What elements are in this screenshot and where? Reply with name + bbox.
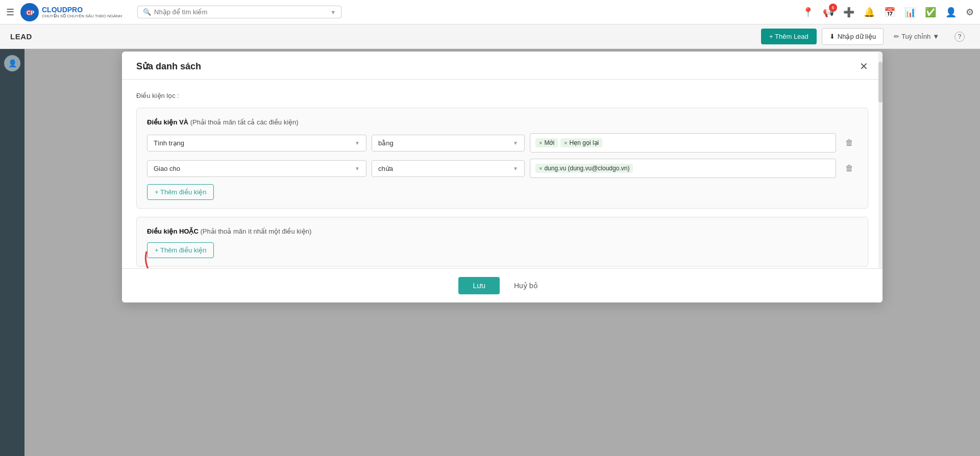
customize-label: Tuỳ chỉnh [901, 33, 930, 40]
modal-dialog: Sửa danh sách ✕ Điều kiện lọc : Điều kiệ… [122, 52, 883, 302]
import-label: Nhập dữ liệu [838, 33, 876, 40]
field-select-1-arrow: ▼ [355, 140, 360, 146]
save-button[interactable]: Lưu [458, 277, 500, 294]
logo-sub: CHUYỂN SỐ CHUYÊN SÂU THEO NGÀNH [42, 14, 122, 19]
field-select-2-value: Giao cho [154, 165, 180, 172]
logo-text-block: CLOUDPRO CHUYỂN SỐ CHUYÊN SÂU THEO NGÀNH [42, 5, 122, 19]
logo-icon: CP [20, 3, 39, 21]
cancel-button[interactable]: Huỷ bỏ [506, 277, 546, 294]
add-lead-button[interactable]: + Thêm Lead [761, 29, 817, 44]
secondary-actions: + Thêm Lead ⬇ Nhập dữ liệu ✏ Tuỳ chỉnh ▼… [761, 28, 970, 46]
or-label: Điều kiện HOẶC [147, 227, 199, 235]
location-icon[interactable]: 📍 [802, 7, 814, 18]
search-icon: 🔍 [143, 8, 151, 16]
modal-close-button[interactable]: ✕ [860, 61, 868, 71]
tag-dung-vu-label: dung.vu (dung.vu@cloudgo.vn) [544, 165, 629, 172]
logo-brand: CLOUDPRO [42, 6, 83, 14]
task-icon[interactable]: ✅ [925, 7, 936, 18]
notification-icon[interactable]: 📢 6 [823, 7, 834, 18]
operator-select-1-value: bằng [378, 139, 394, 147]
topbar-right: 📍 📢 6 ➕ 🔔 📅 📊 ✅ 👤 ⚙ [802, 7, 974, 18]
settings-icon[interactable]: ⚙ [966, 7, 974, 18]
chart-icon[interactable]: 📊 [904, 7, 916, 18]
customize-icon: ✏ [894, 33, 899, 40]
or-condition-block: Điều kiện HOẶC (Phải thoả mãn ít nhất mộ… [136, 217, 868, 267]
tags-field-1[interactable]: × Mới × Hẹn gọi lại [530, 133, 836, 153]
topbar: ☰ CP CLOUDPRO CHUYỂN SỐ CHUYÊN SÂU THEO … [0, 0, 980, 24]
help-button[interactable]: ? [949, 28, 970, 46]
tag-close-1a[interactable]: × [539, 140, 542, 146]
field-select-2[interactable]: Giao cho ▼ [147, 160, 366, 177]
and-subtitle-text: (Phải thoả mãn tất cả các điều kiện) [190, 118, 299, 126]
tag-moi: × Mới [535, 138, 558, 147]
modal-overlay: Sửa danh sách ✕ Điều kiện lọc : Điều kiệ… [24, 49, 980, 456]
and-condition-row-2: Giao cho ▼ chứa ▼ × dung.vu (dung.vu@clo… [147, 159, 857, 178]
and-condition-row-1: Tình trạng ▼ bằng ▼ × Mới [147, 133, 857, 153]
and-condition-block: Điều kiện VÀ (Phải thoả mãn tất cả các đ… [136, 108, 868, 209]
add-icon[interactable]: ➕ [843, 7, 854, 18]
tag-moi-label: Mới [544, 139, 554, 146]
user-icon[interactable]: 👤 [945, 7, 957, 18]
operator-select-2-arrow: ▼ [513, 166, 518, 171]
filter-label: Điều kiện lọc : [136, 92, 868, 99]
modal-header: Sửa danh sách ✕ [122, 52, 883, 80]
delete-row-1-button[interactable]: 🗑 [841, 136, 857, 149]
and-condition-title: Điều kiện VÀ (Phải thoả mãn tất cả các đ… [147, 118, 857, 126]
search-input[interactable] [154, 8, 327, 16]
hamburger-icon[interactable]: ☰ [6, 7, 14, 18]
field-select-2-arrow: ▼ [355, 166, 360, 171]
add-or-condition-button[interactable]: + Thêm điều kiện [147, 242, 214, 258]
tag-hen-goi-lai-label: Hẹn gọi lại [570, 139, 599, 146]
tag-close-2a[interactable]: × [539, 165, 542, 171]
delete-row-2-button[interactable]: 🗑 [841, 162, 857, 175]
operator-select-2[interactable]: chứa ▼ [372, 160, 525, 177]
or-condition-title: Điều kiện HOẶC (Phải thoả mãn ít nhất mộ… [147, 227, 857, 235]
modal-scrollbar-thumb [878, 62, 883, 103]
modal-title: Sửa danh sách [136, 61, 201, 72]
notification-badge: 6 [829, 4, 837, 12]
field-select-1-value: Tình trạng [154, 139, 184, 147]
modal-footer: Lưu Huỷ bỏ [122, 268, 883, 302]
customize-arrow-icon: ▼ [933, 33, 939, 40]
main-content: Sửa danh sách ✕ Điều kiện lọc : Điều kiệ… [24, 49, 980, 456]
and-label: Điều kiện VÀ [147, 118, 188, 126]
modal-scrollbar[interactable] [878, 52, 883, 302]
secondary-bar: LEAD + Thêm Lead ⬇ Nhập dữ liệu ✏ Tuỳ ch… [0, 24, 980, 49]
page-title: LEAD [10, 32, 32, 41]
tags-field-2[interactable]: × dung.vu (dung.vu@cloudgo.vn) [530, 159, 836, 178]
svg-text:CP: CP [27, 10, 34, 16]
sidebar-avatar[interactable]: 👤 [4, 55, 20, 71]
sidebar: 👤 [0, 49, 24, 456]
topbar-left: ☰ CP CLOUDPRO CHUYỂN SỐ CHUYÊN SÂU THEO … [6, 3, 122, 21]
or-subtitle-text: (Phải thoả mãn ít nhất một điều kiện) [200, 227, 311, 235]
operator-select-2-value: chứa [378, 165, 393, 172]
operator-select-1[interactable]: bằng ▼ [372, 135, 525, 151]
tag-close-1b[interactable]: × [564, 140, 567, 146]
help-icon: ? [954, 32, 965, 42]
customize-button[interactable]: ✏ Tuỳ chỉnh ▼ [889, 29, 944, 44]
tag-dung-vu: × dung.vu (dung.vu@cloudgo.vn) [535, 164, 633, 173]
field-select-1[interactable]: Tình trạng ▼ [147, 135, 366, 151]
bell-icon[interactable]: 🔔 [864, 7, 875, 18]
tag-hen-goi-lai: × Hẹn gọi lại [560, 138, 602, 147]
search-dropdown-icon: ▼ [330, 9, 336, 15]
logo-container: CP CLOUDPRO CHUYỂN SỐ CHUYÊN SÂU THEO NG… [20, 3, 122, 21]
import-icon: ⬇ [829, 33, 835, 40]
import-button[interactable]: ⬇ Nhập dữ liệu [822, 28, 884, 45]
calendar-icon[interactable]: 📅 [884, 7, 895, 18]
search-bar[interactable]: 🔍 ▼ [137, 6, 341, 18]
operator-select-1-arrow: ▼ [513, 140, 518, 146]
add-and-condition-button[interactable]: + Thêm điều kiện [147, 184, 214, 200]
